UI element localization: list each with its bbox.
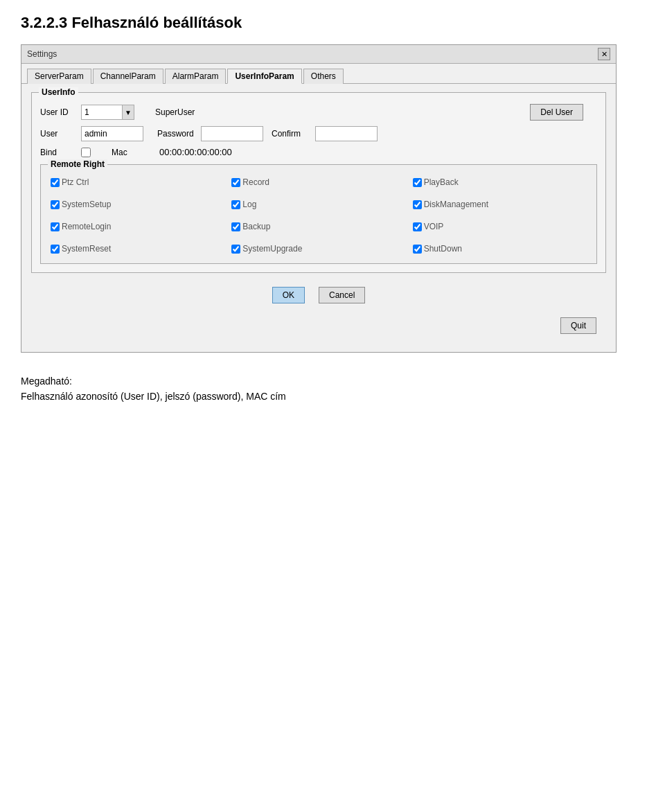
confirm-input[interactable] [315, 126, 378, 141]
checkbox-voip-label: VOIP [424, 222, 444, 231]
checkbox-backup-label: Backup [242, 222, 270, 231]
dialog-titlebar: Settings ✕ [21, 45, 616, 64]
superuser-label: SuperUser [155, 107, 195, 117]
list-item: SystemUpgrade [231, 244, 405, 254]
checkbox-remotelogin[interactable] [51, 222, 60, 231]
dialog-body: UserInfo User ID ▼ SuperUser Del User Us… [21, 84, 616, 352]
password-input[interactable] [201, 126, 263, 141]
list-item: RemoteLogin [51, 222, 224, 231]
footer-line1: Megadható: [21, 373, 644, 389]
remote-right-checkboxes: Ptz Ctrl Record PlayBack SystemSetup [51, 172, 587, 254]
list-item: SystemReset [51, 244, 224, 254]
userid-dropdown-arrow[interactable]: ▼ [122, 105, 134, 120]
checkbox-diskmanagement[interactable] [413, 200, 422, 209]
list-item: Backup [231, 222, 405, 231]
userid-input-group: ▼ [81, 105, 134, 120]
checkbox-remotelogin-label: RemoteLogin [62, 222, 111, 231]
userid-label: User ID [40, 107, 78, 117]
userinfo-group: UserInfo User ID ▼ SuperUser Del User Us… [31, 92, 606, 273]
list-item: Ptz Ctrl [51, 177, 224, 187]
checkbox-systemreset-label: SystemReset [62, 244, 111, 254]
mac-value: 00:00:00:00:00:00 [159, 147, 232, 157]
page-title: 3.2.2.3 Felhasználó beállítások [21, 14, 644, 32]
checkbox-ptzcrl[interactable] [51, 178, 60, 187]
close-button[interactable]: ✕ [598, 48, 610, 60]
checkbox-systemupgrade[interactable] [231, 245, 240, 254]
list-item: PlayBack [413, 177, 587, 187]
user-input[interactable] [81, 126, 143, 141]
checkbox-log-label: Log [242, 200, 256, 209]
settings-dialog: Settings ✕ ServerParam ChannelParam Alar… [21, 44, 617, 353]
tab-bar: ServerParam ChannelParam AlarmParam User… [21, 64, 616, 84]
list-item: Log [231, 200, 405, 209]
tab-serverparam[interactable]: ServerParam [27, 69, 91, 84]
userid-input[interactable] [81, 105, 123, 120]
bind-label: Bind [40, 148, 78, 157]
dialog-footer: OK Cancel [31, 280, 606, 313]
list-item: DiskManagement [413, 200, 587, 209]
tab-others[interactable]: Others [303, 69, 344, 84]
del-user-button[interactable]: Del User [530, 104, 583, 121]
checkbox-voip[interactable] [413, 222, 422, 231]
ok-button[interactable]: OK [272, 287, 305, 303]
tab-channelparam[interactable]: ChannelParam [93, 69, 163, 84]
remote-right-group: Remote Right Ptz Ctrl Record PlayBack [40, 164, 597, 264]
checkbox-playback-label: PlayBack [424, 177, 459, 187]
checkbox-record[interactable] [231, 178, 240, 187]
row-userid: User ID ▼ SuperUser Del User [40, 104, 597, 121]
page-footer: Megadható: Felhasználó azonosító (User I… [21, 373, 644, 405]
list-item: VOIP [413, 222, 587, 231]
checkbox-diskmanagement-label: DiskManagement [424, 200, 488, 209]
tab-alarmparam[interactable]: AlarmParam [165, 69, 227, 84]
dialog-title-text: Settings [27, 49, 57, 59]
checkbox-systemsetup[interactable] [51, 200, 60, 209]
cancel-button[interactable]: Cancel [319, 287, 365, 303]
bind-checkbox[interactable] [81, 148, 91, 157]
tab-userinfoparam[interactable]: UserInfoParam [227, 69, 301, 84]
footer-line2: Felhasználó azonosító (User ID), jelszó … [21, 389, 644, 404]
checkbox-log[interactable] [231, 200, 240, 209]
checkbox-shutdown-label: ShutDown [424, 244, 462, 254]
checkbox-systemsetup-label: SystemSetup [62, 200, 111, 209]
checkbox-systemreset[interactable] [51, 245, 60, 254]
userinfo-group-label: UserInfo [39, 87, 78, 97]
quit-row: Quit [31, 313, 606, 344]
list-item: SystemSetup [51, 200, 224, 209]
quit-button[interactable]: Quit [560, 317, 596, 334]
user-label: User [40, 129, 78, 139]
remote-right-label: Remote Right [48, 159, 107, 169]
checkbox-playback[interactable] [413, 178, 422, 187]
checkbox-shutdown[interactable] [413, 245, 422, 254]
close-icon: ✕ [601, 50, 608, 59]
confirm-label: Confirm [272, 129, 310, 139]
list-item: ShutDown [413, 244, 587, 254]
checkbox-ptzcrl-label: Ptz Ctrl [62, 177, 89, 187]
checkbox-systemupgrade-label: SystemUpgrade [242, 244, 302, 254]
checkbox-backup[interactable] [231, 222, 240, 231]
row-user-password: User Password Confirm [40, 126, 597, 141]
list-item: Record [231, 177, 405, 187]
mac-label: Mac [112, 148, 150, 157]
checkbox-record-label: Record [242, 177, 269, 187]
row-bind-mac: Bind Mac 00:00:00:00:00:00 [40, 147, 597, 157]
password-label: Password [157, 129, 195, 139]
